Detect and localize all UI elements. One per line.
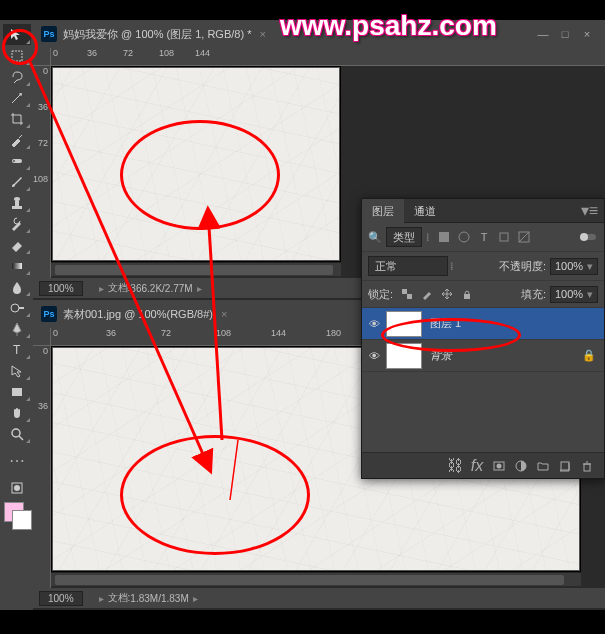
dropdown-icon: ⁞ xyxy=(426,231,430,244)
ruler-tick-label: 36 xyxy=(38,401,48,411)
status-menu-icon[interactable]: ▸ xyxy=(197,283,202,294)
doc2-tab-close[interactable]: × xyxy=(221,308,227,320)
filter-type-icon[interactable]: T xyxy=(475,228,493,246)
doc2-scrollbar-h[interactable] xyxy=(51,572,581,586)
crop-tool[interactable] xyxy=(3,108,31,129)
filter-toggle-switch[interactable] xyxy=(579,228,597,246)
svg-point-21 xyxy=(580,233,588,241)
mask-icon[interactable] xyxy=(489,456,509,476)
status-menu-icon[interactable]: ▸ xyxy=(193,593,198,604)
tab-channels[interactable]: 通道 xyxy=(404,199,446,223)
blend-mode-select[interactable]: 正常 xyxy=(368,256,448,276)
ruler-tick-label: 144 xyxy=(195,48,210,58)
group-icon[interactable] xyxy=(533,456,553,476)
doc1-scrollbar-h[interactable] xyxy=(51,262,341,276)
filter-type-select[interactable]: 类型 xyxy=(386,227,422,247)
ruler-tick-label: 72 xyxy=(161,328,171,338)
spot-heal-tool[interactable] xyxy=(3,150,31,171)
rectangle-tool[interactable] xyxy=(3,381,31,402)
color-swatches[interactable] xyxy=(0,498,33,534)
doc1-ruler-vertical[interactable]: 0 36 72 108 xyxy=(33,66,51,278)
layer-thumbnail[interactable] xyxy=(386,311,422,337)
marquee-tool[interactable] xyxy=(3,45,31,66)
layers-panel-footer: ⛓ fx xyxy=(362,452,604,478)
trash-icon[interactable] xyxy=(577,456,597,476)
edit-toolbar-button[interactable]: ⋯ xyxy=(3,450,31,471)
pen-tool[interactable] xyxy=(3,318,31,339)
layer-row[interactable]: 👁 图层 1 xyxy=(362,308,604,340)
ruler-tick-label: 0 xyxy=(53,48,58,58)
doc1-ruler-horizontal[interactable]: 0 36 72 108 144 xyxy=(51,48,605,66)
hand-tool[interactable] xyxy=(3,402,31,423)
svg-point-12 xyxy=(12,429,20,437)
svg-point-1 xyxy=(20,93,22,95)
svg-line-13 xyxy=(19,436,23,440)
layer-filter-row: 🔍 类型 ⁞ T xyxy=(362,223,604,252)
lasso-tool[interactable] xyxy=(3,66,31,87)
magic-wand-tool[interactable] xyxy=(3,87,31,108)
ruler-tick-label: 144 xyxy=(271,328,286,338)
doc2-ruler-vertical[interactable]: 0 36 xyxy=(33,346,51,588)
status-arrow-icon[interactable]: ▸ xyxy=(99,283,104,294)
brush-tool[interactable] xyxy=(3,171,31,192)
filter-pixel-icon[interactable] xyxy=(435,228,453,246)
filter-shape-icon[interactable] xyxy=(495,228,513,246)
opacity-label: 不透明度: xyxy=(499,259,546,274)
lock-position-icon[interactable] xyxy=(438,285,456,303)
fill-value[interactable]: 100%▾ xyxy=(550,286,598,303)
layer-thumbnail[interactable] xyxy=(386,343,422,369)
link-layers-icon[interactable]: ⛓ xyxy=(445,456,465,476)
doc1-minimize[interactable]: — xyxy=(533,26,553,42)
fx-icon[interactable]: fx xyxy=(467,456,487,476)
svg-rect-11 xyxy=(12,388,22,396)
filter-adjust-icon[interactable] xyxy=(455,228,473,246)
path-select-tool[interactable] xyxy=(3,360,31,381)
status-arrow-icon[interactable]: ▸ xyxy=(99,593,104,604)
fill-label: 填充: xyxy=(521,287,546,302)
adjustment-icon[interactable] xyxy=(511,456,531,476)
type-tool[interactable]: T xyxy=(3,339,31,360)
ruler-tick-label: 0 xyxy=(43,66,48,76)
quick-mask-button[interactable] xyxy=(3,477,31,498)
ruler-corner xyxy=(33,328,51,346)
eyedropper-tool[interactable] xyxy=(3,129,31,150)
layer-list: 👁 图层 1 👁 背景 🔒 xyxy=(362,308,604,372)
opacity-value[interactable]: 100%▾ xyxy=(550,258,598,275)
doc1-maximize[interactable]: □ xyxy=(555,26,575,42)
visibility-toggle-icon[interactable]: 👁 xyxy=(362,350,386,362)
doc2-status-value: 1.83M/1.83M xyxy=(130,593,188,604)
lock-all-icon[interactable] xyxy=(458,285,476,303)
svg-point-17 xyxy=(459,232,469,242)
lock-transparency-icon[interactable] xyxy=(398,285,416,303)
svg-rect-4 xyxy=(12,206,22,209)
layer-row[interactable]: 👁 背景 🔒 xyxy=(362,340,604,372)
lock-pixels-icon[interactable] xyxy=(418,285,436,303)
doc1-status-value: 366.2K/2.77M xyxy=(130,283,192,294)
svg-point-8 xyxy=(11,304,19,312)
doc2-status-label: 文档: xyxy=(108,591,131,605)
panel-menu-button[interactable]: ▾≡ xyxy=(575,201,604,220)
layer-name[interactable]: 图层 1 xyxy=(430,316,461,331)
dodge-tool[interactable] xyxy=(3,297,31,318)
zoom-tool[interactable] xyxy=(3,423,31,444)
tab-layers[interactable]: 图层 xyxy=(362,199,404,223)
background-swatch[interactable] xyxy=(12,510,32,530)
svg-rect-18 xyxy=(500,233,508,241)
stamp-tool[interactable] xyxy=(3,192,31,213)
move-tool[interactable] xyxy=(3,24,31,45)
doc1-tab-close[interactable]: × xyxy=(259,28,265,40)
blur-tool[interactable] xyxy=(3,276,31,297)
new-layer-icon[interactable] xyxy=(555,456,575,476)
svg-rect-23 xyxy=(407,294,412,299)
doc2-zoom-value[interactable]: 100% xyxy=(39,591,83,606)
doc1-zoom-value[interactable]: 100% xyxy=(39,281,83,296)
doc1-close[interactable]: × xyxy=(577,26,597,42)
layer-name[interactable]: 背景 xyxy=(430,348,452,363)
history-brush-tool[interactable] xyxy=(3,213,31,234)
gradient-tool[interactable] xyxy=(3,255,31,276)
visibility-toggle-icon[interactable]: 👁 xyxy=(362,318,386,330)
filter-smart-icon[interactable] xyxy=(515,228,533,246)
eraser-tool[interactable] xyxy=(3,234,31,255)
doc1-canvas[interactable] xyxy=(51,66,341,262)
ruler-tick-label: 36 xyxy=(87,48,97,58)
